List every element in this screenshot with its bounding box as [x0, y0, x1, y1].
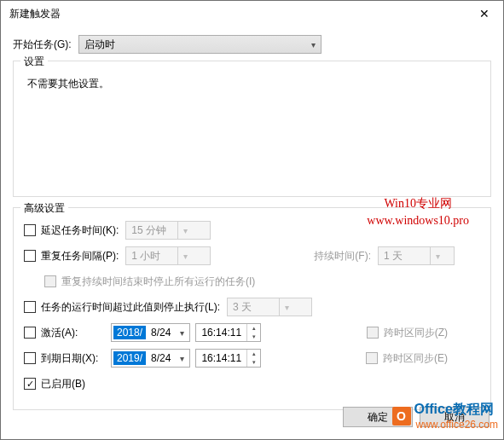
expire-date[interactable]: 2019/ 8/24 ▾: [111, 349, 190, 368]
time-spinner[interactable]: ▴▾: [246, 324, 260, 341]
repeat-value: 1 小时: [126, 249, 177, 263]
stop-longer-checkbox[interactable]: [24, 301, 36, 313]
window-title: 新建触发器: [9, 7, 465, 21]
delay-label: 延迟任务时间(K):: [41, 223, 119, 238]
begin-task-label: 开始任务(G):: [13, 38, 72, 52]
chevron-down-icon: ▾: [311, 40, 316, 49]
repeat-checkbox[interactable]: [24, 250, 36, 262]
expire-date-year: 2019/: [113, 351, 146, 365]
calendar-down-icon: ▾: [174, 324, 189, 341]
settings-message: 不需要其他设置。: [24, 73, 480, 91]
activate-time-value: 16:14:11: [196, 327, 246, 339]
cancel-button[interactable]: 取消: [420, 407, 490, 427]
begin-task-dropdown[interactable]: 启动时 ▾: [78, 35, 322, 54]
stop-longer-label: 任务的运行时间超过此值则停止执行(L):: [41, 300, 220, 315]
duration-label: 持续时间(F):: [314, 249, 371, 263]
activate-date[interactable]: 2018/ 8/24 ▾: [111, 323, 190, 342]
enabled-label: 已启用(B): [41, 377, 85, 391]
tz-sync1-checkbox: [367, 327, 379, 339]
tz-sync1-label: 跨时区同步(Z): [384, 326, 448, 340]
chevron-down-icon: ▾: [430, 247, 445, 264]
enabled-checkbox[interactable]: [24, 378, 36, 390]
advanced-legend: 高级设置: [20, 201, 68, 216]
close-icon: ✕: [479, 7, 490, 20]
advanced-group: 高级设置 延迟任务时间(K): 15 分钟 ▾ 重复任务间隔(P): 1 小时 …: [13, 207, 491, 410]
activate-checkbox[interactable]: [24, 327, 36, 339]
stop-at-end-label: 重复持续时间结束时停止所有运行的任务(I): [61, 275, 255, 289]
expire-date-md: 8/24: [148, 352, 174, 364]
tz-sync2-checkbox: [366, 352, 378, 364]
begin-task-value: 启动时: [84, 38, 115, 52]
title-bar: 新建触发器 ✕: [1, 1, 503, 26]
activate-label: 激活(A):: [41, 326, 104, 340]
chevron-down-icon: ▾: [177, 222, 193, 239]
settings-legend: 设置: [20, 55, 48, 69]
delay-value: 15 分钟: [126, 223, 177, 238]
expire-label: 到期日期(X):: [41, 351, 104, 366]
duration-value: 1 天: [379, 249, 430, 263]
calendar-down-icon: ▾: [174, 350, 189, 367]
expire-time[interactable]: 16:14:11 ▴▾: [195, 349, 261, 368]
activate-date-year: 2018/: [113, 326, 146, 339]
stop-at-end-checkbox: [44, 275, 56, 287]
chevron-down-icon: ▾: [177, 247, 193, 264]
expire-time-value: 16:14:11: [196, 352, 246, 364]
delay-combo[interactable]: 15 分钟 ▾: [125, 221, 211, 240]
tz-sync2-label: 跨时区同步(E): [383, 351, 448, 366]
repeat-combo[interactable]: 1 小时 ▾: [125, 246, 211, 265]
delay-checkbox[interactable]: [24, 224, 36, 236]
duration-combo[interactable]: 1 天 ▾: [378, 246, 455, 265]
chevron-down-icon: ▾: [279, 298, 294, 316]
activate-date-md: 8/24: [148, 327, 174, 339]
stop-longer-combo[interactable]: 3 天 ▾: [227, 298, 312, 316]
close-button[interactable]: ✕: [465, 1, 503, 26]
time-spinner[interactable]: ▴▾: [246, 350, 260, 367]
ok-button[interactable]: 确定: [343, 407, 413, 427]
expire-checkbox[interactable]: [24, 352, 36, 364]
settings-group: 设置 不需要其他设置。: [13, 61, 491, 197]
begin-task-row: 开始任务(G): 启动时 ▾: [13, 35, 491, 54]
repeat-label: 重复任务间隔(P):: [41, 249, 119, 263]
dialog-buttons: 确定 取消: [343, 407, 490, 427]
activate-time[interactable]: 16:14:11 ▴▾: [195, 323, 261, 342]
stop-longer-value: 3 天: [228, 300, 279, 315]
